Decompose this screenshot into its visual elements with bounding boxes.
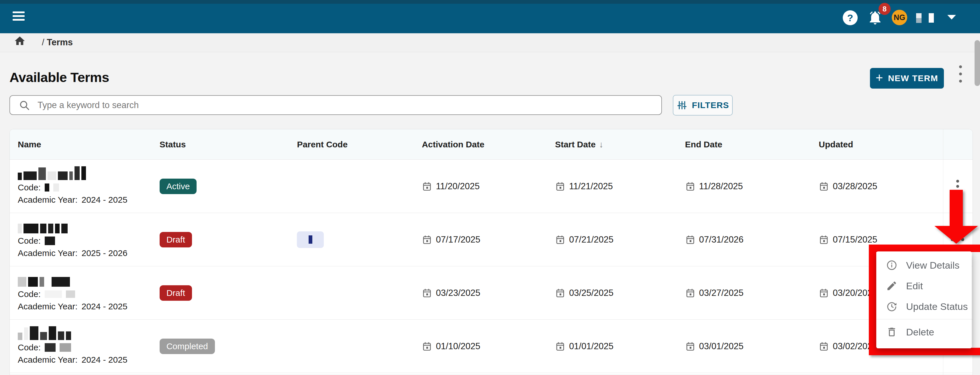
scrollbar-thumb[interactable] [975, 40, 980, 86]
calendar-icon [422, 288, 432, 298]
search-input[interactable] [38, 100, 661, 110]
redacted-code [53, 184, 59, 191]
row-context-menu: View Details Edit Update Status Delete [876, 251, 972, 348]
redacted-code [66, 290, 75, 298]
start-date-value: 03/25/2025 [569, 288, 614, 298]
redacted-code [45, 236, 55, 245]
page-more-options-kebab-icon[interactable] [958, 65, 963, 83]
avatar[interactable]: NG [892, 10, 907, 25]
filter-tune-icon [676, 100, 687, 111]
calendar-icon [819, 181, 829, 191]
top-app-bar: ? 8 NG [0, 0, 980, 33]
activation-date-value: 01/10/2025 [436, 341, 480, 351]
column-header-parent-code[interactable]: Parent Code [297, 140, 422, 149]
start-date-value: 01/01/2025 [569, 341, 614, 351]
activation-date-value: 03/23/2025 [436, 288, 480, 298]
academic-year-value: 2024 - 2025 [81, 302, 127, 311]
code-label: Code: [18, 236, 41, 246]
code-label: Code: [18, 289, 41, 299]
terms-table: Name Status Parent Code Activation Date … [10, 129, 973, 375]
menu-item-update-status[interactable]: Update Status [876, 296, 972, 317]
search-box[interactable] [10, 95, 662, 115]
redacted-code [45, 184, 49, 191]
academic-year-value: 2024 - 2025 [81, 355, 127, 365]
column-header-activation-date[interactable]: Activation Date [422, 140, 555, 149]
menu-item-delete[interactable]: Delete [876, 322, 972, 342]
breadcrumb: / Terms [0, 33, 980, 52]
activation-date-value: 11/20/2025 [436, 181, 480, 191]
info-icon [886, 260, 897, 271]
search-icon [19, 99, 30, 111]
sort-arrow-down-icon[interactable]: ↓ [599, 140, 603, 149]
status-badge: Draft [160, 285, 192, 301]
start-date-value: 07/21/2025 [569, 235, 614, 245]
column-header-name[interactable]: Name [10, 140, 160, 149]
table-row[interactable]: Code: Academic Year: 2024 - 2025 Complet… [10, 320, 972, 373]
calendar-icon [555, 235, 565, 245]
filters-label: FILTERS [692, 101, 729, 110]
end-date-value: 07/31/2026 [699, 235, 744, 245]
end-date-value: 03/27/2025 [699, 288, 744, 298]
menu-item-label: Delete [906, 327, 934, 338]
calendar-icon [685, 181, 695, 191]
redacted-code [45, 290, 62, 298]
redacted-term-name [18, 168, 160, 180]
topbar-dark-strip [0, 0, 980, 4]
filters-button[interactable]: FILTERS [673, 95, 733, 115]
help-icon[interactable]: ? [843, 10, 858, 25]
plus-icon: + [876, 70, 883, 85]
updated-date-value: 03/28/2025 [833, 181, 877, 191]
calendar-icon [819, 288, 829, 298]
breadcrumb-separator: / [42, 37, 45, 47]
table-row[interactable]: Code: Academic Year: 2025 - 2026 Draft 0… [10, 213, 972, 266]
activation-date-value: 07/17/2025 [436, 235, 480, 245]
column-header-start-date[interactable]: Start Date↓ [555, 140, 685, 149]
calendar-icon [819, 235, 829, 245]
start-date-value: 11/21/2025 [569, 181, 613, 191]
calendar-icon [555, 181, 565, 191]
code-label: Code: [18, 183, 41, 192]
status-badge: Completed [160, 338, 215, 354]
updated-date-value: 07/15/2025 [833, 235, 877, 245]
table-header-row: Name Status Parent Code Activation Date … [10, 129, 972, 160]
end-date-value: 03/01/2025 [699, 341, 744, 351]
menu-item-edit[interactable]: Edit [876, 276, 972, 296]
academic-year-label: Academic Year: [18, 248, 77, 258]
end-date-value: 11/28/2025 [699, 181, 743, 191]
menu-item-label: Edit [906, 280, 923, 292]
column-header-updated[interactable]: Updated [819, 140, 942, 149]
calendar-icon [555, 288, 565, 298]
table-row[interactable]: Code: Academic Year: 2024 - 2025 Draft 0… [10, 266, 972, 320]
new-term-label: NEW TERM [888, 73, 938, 83]
pencil-icon [886, 280, 897, 292]
menu-item-label: Update Status [906, 301, 968, 312]
hamburger-menu-icon[interactable] [13, 11, 25, 22]
redacted-code [60, 343, 71, 352]
trash-icon [886, 326, 897, 338]
calendar-icon [422, 341, 432, 351]
new-term-button[interactable]: + NEW TERM [870, 68, 944, 89]
table-row[interactable]: Code: Academic Year: 2024 - 2025 Active … [10, 160, 972, 213]
calendar-icon [555, 341, 565, 351]
column-header-end-date[interactable]: End Date [685, 140, 819, 149]
redacted-user-text [929, 13, 934, 22]
calendar-icon [422, 181, 432, 191]
calendar-icon [685, 288, 695, 298]
redacted-term-name [18, 221, 160, 233]
column-header-status[interactable]: Status [160, 140, 297, 149]
academic-year-label: Academic Year: [18, 355, 77, 365]
redacted-term-name [18, 274, 160, 287]
calendar-icon [819, 341, 829, 351]
chevron-down-icon[interactable] [947, 15, 956, 19]
notification-count-badge: 8 [878, 3, 891, 15]
calendar-icon [685, 235, 695, 245]
breadcrumb-current[interactable]: / Terms [42, 37, 73, 48]
redacted-user-text [916, 18, 921, 23]
home-icon[interactable] [14, 35, 26, 47]
parent-code-chip[interactable] [297, 231, 324, 248]
menu-item-view-details[interactable]: View Details [876, 255, 972, 276]
breadcrumb-page-label: Terms [47, 37, 73, 47]
update-icon [886, 301, 897, 312]
menu-divider [876, 319, 972, 319]
calendar-icon [422, 235, 432, 245]
